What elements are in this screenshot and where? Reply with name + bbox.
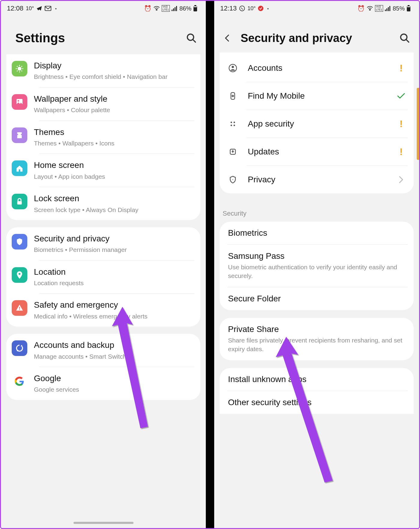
item-title: Accounts and backup	[34, 340, 194, 351]
security-privacy-screen: 12:13 10° ● ⏰ Vo))LTE1 85%	[214, 1, 419, 528]
security-item-other-security-settings[interactable]: Other security settings	[220, 391, 414, 414]
battery-icon	[193, 5, 197, 12]
svg-point-20	[18, 100, 19, 102]
item-title: Display	[34, 60, 194, 71]
svg-line-17	[21, 66, 22, 67]
dot-icon: ●	[267, 7, 269, 10]
settings-item-wallpaper-and-style[interactable]: Wallpaper and style Wallpapers • Colour …	[6, 88, 200, 121]
battery-pct: 86%	[179, 5, 191, 12]
svg-point-45	[234, 125, 235, 126]
settings-item-location[interactable]: Location Location requests	[6, 261, 200, 294]
status-temp: 10°	[248, 5, 256, 12]
item-title: Safety and emergency	[34, 300, 194, 310]
privacy-icon	[227, 174, 239, 186]
svg-rect-1	[172, 10, 172, 11]
security-item-samsung-pass[interactable]: Samsung PassUse biometric authentication…	[220, 245, 414, 287]
svg-point-42	[231, 122, 232, 123]
settings-item-themes[interactable]: Themes Themes • Wallpapers • Icons	[6, 121, 200, 154]
settings-item-lock-screen[interactable]: Lock screen Screen lock type • Always On…	[6, 187, 200, 220]
wifi-icon	[367, 6, 373, 11]
svg-line-18	[17, 70, 18, 71]
item-label: App security	[248, 119, 387, 129]
home-icon	[12, 160, 27, 176]
security-item-privacy[interactable]: Privacy	[220, 166, 414, 193]
wallpaper-icon	[12, 94, 27, 110]
svg-rect-33	[408, 5, 410, 6]
svg-rect-6	[194, 5, 196, 6]
search-button[interactable]	[184, 31, 199, 45]
settings-item-home-screen[interactable]: Home screen Layout • App icon badges	[6, 154, 200, 187]
item-label: Accounts	[248, 63, 387, 73]
chevron-right-icon	[396, 176, 406, 184]
item-label: Find My Mobile	[248, 91, 387, 101]
svg-line-15	[17, 66, 18, 67]
shield-icon	[12, 234, 27, 250]
item-title: Secure Folder	[228, 294, 405, 303]
settings-screen: 12:08 10° ● ⏰ Vo))LTE1 86%	[1, 1, 206, 528]
telegram-icon	[36, 5, 42, 11]
red-badge-icon	[258, 6, 263, 11]
screen-divider	[206, 1, 214, 528]
svg-point-41	[232, 96, 233, 96]
page-title: Settings	[15, 31, 178, 45]
settings-item-safety-and-emergency[interactable]: Safety and emergency Medical info • Wire…	[6, 294, 200, 327]
svg-rect-3	[175, 7, 176, 11]
warning-indicator-icon: !	[396, 63, 406, 74]
svg-rect-24	[19, 309, 20, 310]
item-subtitle: Google services	[34, 385, 194, 394]
item-title: Private Share	[228, 324, 405, 334]
item-title: Samsung Pass	[228, 251, 405, 261]
back-button[interactable]	[220, 31, 235, 45]
search-icon	[186, 33, 197, 43]
nav-bar[interactable]	[74, 522, 134, 524]
security-item-private-share[interactable]: Private ShareShare files privately, prev…	[220, 318, 414, 360]
search-button[interactable]	[398, 31, 412, 45]
svg-point-43	[234, 122, 235, 123]
ok-indicator-icon	[396, 93, 406, 99]
item-label: Updates	[248, 147, 387, 157]
wifi-icon	[153, 6, 160, 11]
svg-rect-23	[19, 307, 20, 309]
svg-rect-21	[17, 201, 22, 205]
security-item-updates[interactable]: Updates !	[220, 138, 414, 166]
item-subtitle: Medical info • Wireless emergency alerts	[34, 312, 194, 321]
settings-item-security-and-privacy[interactable]: Security and privacy Biometrics • Permis…	[6, 227, 200, 260]
security-item-app-security[interactable]: App security !	[220, 110, 414, 138]
status-bar: 12:08 10° ● ⏰ Vo))LTE1 86%	[1, 1, 206, 16]
item-subtitle: Themes • Wallpapers • Icons	[34, 139, 194, 148]
svg-point-22	[19, 273, 20, 275]
item-title: Lock screen	[34, 193, 194, 204]
item-title: Location	[34, 267, 194, 277]
svg-rect-7	[194, 6, 197, 7]
item-title: Themes	[34, 127, 194, 138]
account-icon	[227, 62, 239, 74]
security-item-install-unknown-apps[interactable]: Install unknown apps	[220, 368, 414, 391]
item-subtitle: Share files privately, prevent recipient…	[228, 336, 405, 354]
item-title: Install unknown apps	[228, 375, 405, 384]
security-item-secure-folder[interactable]: Secure Folder	[220, 287, 414, 310]
item-title: Security and privacy	[34, 233, 194, 244]
whatsapp-icon	[239, 5, 245, 11]
status-bar: 12:13 10° ● ⏰ Vo))LTE1 85%	[214, 1, 419, 16]
settings-item-google[interactable]: Google Google services	[6, 367, 200, 400]
mail-icon	[45, 5, 51, 11]
settings-item-accounts-and-backup[interactable]: Accounts and backup Manage accounts • Sm…	[6, 334, 200, 367]
settings-item-display[interactable]: Display Brightness • Eye comfort shield …	[6, 54, 200, 87]
security-item-biometrics[interactable]: Biometrics	[220, 222, 414, 244]
security-item-accounts[interactable]: Accounts !	[220, 54, 414, 82]
svg-line-16	[21, 70, 22, 71]
svg-point-38	[232, 66, 234, 68]
google-icon	[12, 374, 27, 389]
svg-rect-2	[173, 8, 174, 11]
display-icon	[12, 61, 27, 76]
security-item-find-my-mobile[interactable]: Find My Mobile	[220, 82, 414, 110]
svg-rect-31	[389, 6, 390, 11]
item-subtitle: Use biometric authentication to verify y…	[228, 263, 405, 280]
item-subtitle: Brightness • Eye comfort shield • Naviga…	[34, 72, 194, 81]
battery-icon	[406, 5, 411, 12]
svg-point-27	[258, 6, 263, 11]
dot-icon: ●	[55, 7, 57, 10]
volte-icon: Vo))LTE1	[375, 5, 383, 12]
updates-icon	[227, 146, 239, 158]
search-icon	[399, 33, 410, 43]
